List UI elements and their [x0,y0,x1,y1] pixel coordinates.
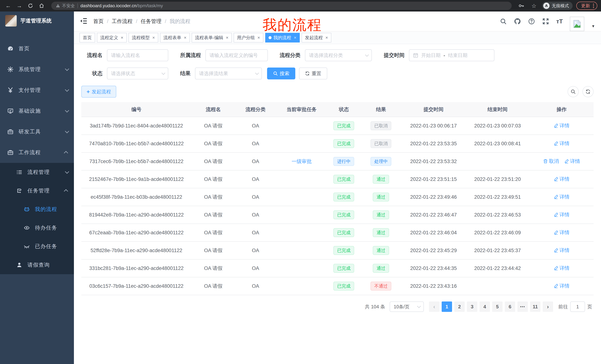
result-cell: 已取消 [361,135,401,153]
status-select[interactable]: 请选择状态 [107,67,168,79]
tag-close-icon[interactable]: × [325,35,328,40]
tag-close-icon[interactable]: × [121,35,123,40]
update-button[interactable]: 更新 [576,2,597,10]
page-size-select[interactable]: 10条/页 [390,301,424,312]
detail-link[interactable]: 详情 [554,193,570,200]
tag-close-icon[interactable]: × [294,35,296,40]
back-icon[interactable]: ← [4,1,13,10]
process-name: OA 请假 [191,241,235,259]
sidebar-item-label: 流程管理 [28,169,65,176]
trash-icon [543,159,548,164]
github-icon[interactable] [514,18,521,25]
next-page-button[interactable]: › [543,301,553,312]
end-time: 2022-01-22 23:45:37 [465,241,530,259]
tag-close-icon[interactable]: × [257,35,260,40]
tag-tab[interactable]: 发起流程 × [302,33,331,42]
detail-link[interactable]: 详情 [554,211,570,218]
sidebar-item-eye[interactable]: 待办任务 [0,219,74,237]
category-select[interactable]: 请选择流程分类 [305,49,372,61]
tag-close-icon[interactable]: × [226,35,229,40]
sidebar-item-monitor[interactable]: 基础设施 [0,101,74,121]
browser-toolbar: ← → 不安全 dashboard.yudao.iocoder.cn/bpm/t… [0,0,601,11]
tag-tab[interactable]: 我的流程 × [265,33,300,42]
sidebar-fold-icon[interactable] [80,17,88,25]
create-process-button[interactable]: +发起流程 [81,86,116,98]
help-icon[interactable] [528,18,535,25]
table-row: 331bc281-7b9a-11ec-a290-acde48001122 OA … [81,259,594,277]
tag-close-icon[interactable]: × [152,35,155,40]
tag-tab[interactable]: 流程表单 × [160,33,190,42]
sidebar-item-toolbox[interactable]: 工作流程 [0,142,74,163]
submit-time-range-picker[interactable]: 开始日期 - 结束日期 [409,49,494,61]
detail-link[interactable]: 详情 [554,229,570,236]
page-button-5[interactable]: 5 [492,301,502,312]
parent-process-input[interactable]: 请输入流程定义的编号 [205,49,268,61]
address-bar[interactable]: 不安全 dashboard.yudao.iocoder.cn/bpm/task/… [51,2,512,10]
detail-link[interactable]: 详情 [554,283,570,289]
cancel-link[interactable]: 取消 [543,158,559,164]
process-id: 331bc281-7b9a-11ec-a290-acde48001122 [81,259,191,277]
more-pages-button[interactable]: ••• [517,301,528,312]
prev-page-button[interactable]: ‹ [429,301,440,312]
sidebar-item-user[interactable]: 请假查询 [0,256,74,274]
detail-link[interactable]: 详情 [554,140,570,147]
page-button-6[interactable]: 6 [505,301,515,312]
show-search-button[interactable] [568,86,579,97]
pager: ‹123456•••11› [429,301,553,312]
detail-link[interactable]: 详情 [554,176,570,182]
status-badge: 通过 [373,228,389,237]
font-size-icon[interactable]: ᴛT [556,18,563,25]
breadcrumb-item[interactable]: 任务管理 [141,18,161,25]
browser-menu-icon[interactable] [593,4,594,8]
reset-button[interactable]: 重置 [299,67,327,79]
detail-link[interactable]: 详情 [554,265,570,271]
breadcrumb-item[interactable]: 首页 [93,18,104,25]
page-button-4[interactable]: 4 [480,301,490,312]
tag-tab[interactable]: 用户分组 × [234,33,263,42]
header-search-icon[interactable] [500,18,507,25]
incognito-badge[interactable]: 无痕模式 [542,2,573,10]
end-time: 2022-01-23 00:07:03 [465,117,530,135]
forward-icon[interactable]: → [15,1,24,10]
page-button-1[interactable]: 1 [442,301,452,312]
detail-link[interactable]: 详情 [554,122,570,129]
sidebar-item-yen[interactable]: 支付管理 [0,80,74,101]
avatar[interactable] [570,17,584,31]
password-key-icon[interactable] [517,1,526,10]
tag-tab[interactable]: 流程模型 × [129,33,158,42]
bookmark-star-icon[interactable]: ☆ [530,1,538,10]
sidebar-item-gear[interactable]: 系统管理 [0,59,74,80]
end-time: 2022-01-23 00:08:41 [465,135,530,153]
sidebar-item-toolbox[interactable]: 研发工具 [0,121,74,142]
page-button-3[interactable]: 3 [467,301,477,312]
col-result: 结果 [361,102,401,117]
detail-link[interactable]: 详情 [564,158,580,164]
result-select[interactable]: 请选择流结果 [195,67,262,79]
current-task-link[interactable]: 一级审批 [291,159,312,164]
page-button-11[interactable]: 11 [530,301,541,312]
jump-page-input[interactable]: 1 [570,301,585,312]
tag-tab[interactable]: 流程定义 × [97,33,127,42]
refresh-table-button[interactable] [582,86,594,97]
page-button-2[interactable]: 2 [454,301,465,312]
detail-link[interactable]: 详情 [554,247,570,254]
tag-tab[interactable]: 流程表单-编辑 × [192,33,232,42]
sidebar-item-robot[interactable]: 我的流程 [0,200,74,219]
not-secure-badge[interactable]: 不安全 [56,3,75,9]
col-id: 编号 [81,102,191,117]
sidebar-item-eye-off[interactable]: 已办任务 [0,237,74,256]
process-name-input[interactable]: 请输入流程名 [107,49,168,61]
search-button[interactable]: 搜索 [267,67,295,79]
home-icon[interactable] [37,1,46,10]
breadcrumb-item[interactable]: 工作流程 [112,18,133,25]
pen-icon [554,177,559,182]
app-logo[interactable]: 芋道管理系统 [0,11,74,30]
fullscreen-icon[interactable] [542,18,549,25]
tag-close-icon[interactable]: × [184,35,186,40]
sidebar-item-flow[interactable]: 任务管理 [0,182,74,200]
reload-icon[interactable] [26,1,35,10]
tag-tab[interactable]: 首页 [80,33,95,42]
sidebar-item-list[interactable]: 流程管理 [0,163,74,182]
avatar-caret-icon[interactable]: ▼ [591,24,595,29]
sidebar-item-dashboard[interactable]: 首页 [0,38,74,59]
